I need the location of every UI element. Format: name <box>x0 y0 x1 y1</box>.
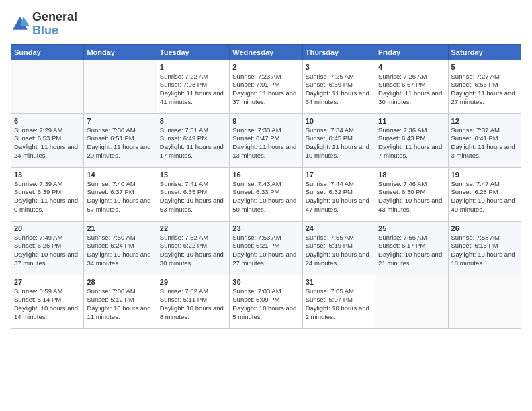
day-detail: Sunrise: 7:26 AMSunset: 6:57 PMDaylight:… <box>378 73 445 107</box>
day-detail: Sunrise: 7:02 AMSunset: 5:11 PMDaylight:… <box>160 287 226 322</box>
day-detail: Sunrise: 7:33 AMSunset: 6:47 PMDaylight:… <box>232 126 299 161</box>
day-detail: Sunrise: 7:36 AMSunset: 6:43 PMDaylight:… <box>378 126 445 161</box>
day-detail: Sunrise: 7:31 AMSunset: 6:49 PMDaylight:… <box>160 126 226 161</box>
calendar-cell: 21Sunrise: 7:50 AMSunset: 6:24 PMDayligh… <box>84 221 157 275</box>
calendar-cell: 7Sunrise: 7:30 AMSunset: 6:51 PMDaylight… <box>84 113 157 167</box>
day-number: 2 <box>232 63 299 71</box>
col-header-sunday: Sunday <box>11 44 84 60</box>
day-number: 24 <box>306 224 372 232</box>
day-detail: Sunrise: 7:27 AMSunset: 6:55 PMDaylight:… <box>451 73 518 107</box>
day-number: 6 <box>14 117 81 125</box>
calendar-cell: 12Sunrise: 7:37 AMSunset: 6:41 PMDayligh… <box>448 113 521 167</box>
day-number: 20 <box>14 224 81 232</box>
day-detail: Sunrise: 7:23 AMSunset: 7:01 PMDaylight:… <box>232 73 299 107</box>
col-header-thursday: Thursday <box>302 44 375 60</box>
calendar-cell: 25Sunrise: 7:56 AMSunset: 6:17 PMDayligh… <box>375 221 448 275</box>
calendar-cell: 5Sunrise: 7:27 AMSunset: 6:55 PMDaylight… <box>448 60 521 113</box>
calendar-cell: 4Sunrise: 7:26 AMSunset: 6:57 PMDaylight… <box>375 60 448 113</box>
calendar-cell <box>11 60 84 113</box>
calendar-cell: 22Sunrise: 7:52 AMSunset: 6:22 PMDayligh… <box>157 221 229 275</box>
calendar-week-row: 13Sunrise: 7:39 AMSunset: 6:39 PMDayligh… <box>11 167 521 221</box>
day-number: 23 <box>232 224 299 232</box>
day-number: 29 <box>160 278 226 286</box>
calendar-cell: 23Sunrise: 7:53 AMSunset: 6:21 PMDayligh… <box>230 221 302 275</box>
day-number: 4 <box>378 63 445 71</box>
calendar-cell: 18Sunrise: 7:46 AMSunset: 6:30 PMDayligh… <box>375 167 448 221</box>
calendar-cell <box>375 275 448 328</box>
calendar-cell: 14Sunrise: 7:40 AMSunset: 6:37 PMDayligh… <box>84 167 157 221</box>
day-number: 31 <box>306 278 372 286</box>
calendar-table: SundayMondayTuesdayWednesdayThursdayFrid… <box>11 44 521 329</box>
day-detail: Sunrise: 7:47 AMSunset: 6:28 PMDaylight:… <box>451 180 518 214</box>
calendar-cell: 2Sunrise: 7:23 AMSunset: 7:01 PMDaylight… <box>230 60 302 113</box>
day-detail: Sunrise: 7:29 AMSunset: 6:53 PMDaylight:… <box>14 126 81 161</box>
day-number: 14 <box>87 171 153 179</box>
day-number: 21 <box>87 224 153 232</box>
calendar-cell: 3Sunrise: 7:25 AMSunset: 6:59 PMDaylight… <box>302 60 375 113</box>
calendar-cell: 31Sunrise: 7:05 AMSunset: 5:07 PMDayligh… <box>302 275 375 328</box>
day-detail: Sunrise: 7:41 AMSunset: 6:35 PMDaylight:… <box>160 180 226 214</box>
day-number: 30 <box>232 278 299 286</box>
calendar-cell: 24Sunrise: 7:55 AMSunset: 6:19 PMDayligh… <box>302 221 375 275</box>
calendar-cell: 6Sunrise: 7:29 AMSunset: 6:53 PMDaylight… <box>11 113 84 167</box>
logo-text: General Blue <box>32 11 77 38</box>
calendar-cell: 28Sunrise: 7:00 AMSunset: 5:12 PMDayligh… <box>84 275 157 328</box>
day-detail: Sunrise: 7:50 AMSunset: 6:24 PMDaylight:… <box>87 234 153 268</box>
day-detail: Sunrise: 7:46 AMSunset: 6:30 PMDaylight:… <box>378 180 445 214</box>
day-number: 7 <box>87 117 153 125</box>
day-number: 11 <box>378 117 445 125</box>
calendar-cell: 29Sunrise: 7:02 AMSunset: 5:11 PMDayligh… <box>157 275 229 328</box>
day-detail: Sunrise: 7:56 AMSunset: 6:17 PMDaylight:… <box>378 234 445 268</box>
day-number: 15 <box>160 171 226 179</box>
day-number: 27 <box>14 278 81 286</box>
calendar-cell: 17Sunrise: 7:44 AMSunset: 6:32 PMDayligh… <box>302 167 375 221</box>
day-number: 22 <box>160 224 226 232</box>
day-detail: Sunrise: 7:22 AMSunset: 7:03 PMDaylight:… <box>160 73 226 107</box>
logo-icon <box>11 15 30 34</box>
calendar-week-row: 1Sunrise: 7:22 AMSunset: 7:03 PMDaylight… <box>11 60 521 113</box>
day-detail: Sunrise: 7:52 AMSunset: 6:22 PMDaylight:… <box>160 234 226 268</box>
day-detail: Sunrise: 7:40 AMSunset: 6:37 PMDaylight:… <box>87 180 153 214</box>
day-detail: Sunrise: 7:39 AMSunset: 6:39 PMDaylight:… <box>14 180 81 214</box>
calendar-header-row: SundayMondayTuesdayWednesdayThursdayFrid… <box>11 44 521 60</box>
page-header: General Blue <box>11 11 521 38</box>
day-number: 16 <box>232 171 299 179</box>
calendar-cell: 13Sunrise: 7:39 AMSunset: 6:39 PMDayligh… <box>11 167 84 221</box>
day-detail: Sunrise: 7:44 AMSunset: 6:32 PMDaylight:… <box>306 180 372 214</box>
calendar-cell <box>84 60 157 113</box>
day-number: 8 <box>160 117 226 125</box>
day-number: 25 <box>378 224 445 232</box>
calendar-cell: 8Sunrise: 7:31 AMSunset: 6:49 PMDaylight… <box>157 113 229 167</box>
day-number: 3 <box>306 63 372 71</box>
calendar-cell: 19Sunrise: 7:47 AMSunset: 6:28 PMDayligh… <box>448 167 521 221</box>
day-number: 28 <box>87 278 153 286</box>
calendar-cell: 30Sunrise: 7:03 AMSunset: 5:09 PMDayligh… <box>230 275 302 328</box>
day-detail: Sunrise: 7:53 AMSunset: 6:21 PMDaylight:… <box>232 234 299 268</box>
day-number: 13 <box>14 171 81 179</box>
calendar-cell: 27Sunrise: 6:59 AMSunset: 5:14 PMDayligh… <box>11 275 84 328</box>
day-detail: Sunrise: 7:55 AMSunset: 6:19 PMDaylight:… <box>306 234 372 268</box>
day-detail: Sunrise: 7:49 AMSunset: 6:26 PMDaylight:… <box>14 234 81 268</box>
day-number: 9 <box>232 117 299 125</box>
day-detail: Sunrise: 7:34 AMSunset: 6:45 PMDaylight:… <box>306 126 372 161</box>
day-detail: Sunrise: 7:00 AMSunset: 5:12 PMDaylight:… <box>87 287 153 322</box>
calendar-cell: 15Sunrise: 7:41 AMSunset: 6:35 PMDayligh… <box>157 167 229 221</box>
col-header-friday: Friday <box>375 44 448 60</box>
day-number: 18 <box>378 171 445 179</box>
calendar-cell: 10Sunrise: 7:34 AMSunset: 6:45 PMDayligh… <box>302 113 375 167</box>
day-detail: Sunrise: 7:30 AMSunset: 6:51 PMDaylight:… <box>87 126 153 161</box>
calendar-cell: 26Sunrise: 7:58 AMSunset: 6:16 PMDayligh… <box>448 221 521 275</box>
calendar-cell: 11Sunrise: 7:36 AMSunset: 6:43 PMDayligh… <box>375 113 448 167</box>
day-number: 10 <box>306 117 372 125</box>
calendar-cell: 16Sunrise: 7:43 AMSunset: 6:33 PMDayligh… <box>230 167 302 221</box>
day-detail: Sunrise: 7:37 AMSunset: 6:41 PMDaylight:… <box>451 126 518 161</box>
day-number: 26 <box>451 224 518 232</box>
calendar-week-row: 20Sunrise: 7:49 AMSunset: 6:26 PMDayligh… <box>11 221 521 275</box>
col-header-monday: Monday <box>84 44 157 60</box>
calendar-cell <box>448 275 521 328</box>
logo: General Blue <box>11 11 77 38</box>
day-number: 19 <box>451 171 518 179</box>
day-number: 1 <box>160 63 226 71</box>
col-header-wednesday: Wednesday <box>230 44 302 60</box>
day-detail: Sunrise: 7:03 AMSunset: 5:09 PMDaylight:… <box>232 287 299 322</box>
